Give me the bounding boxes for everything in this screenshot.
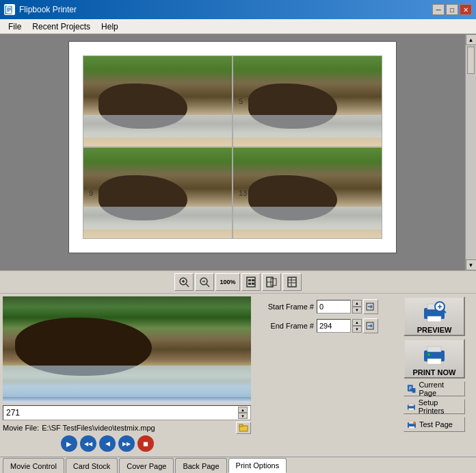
title-bar: Flipbook Printer ─ □ ✕ bbox=[0, 0, 476, 19]
start-frame-input-group: ▲ ▼ bbox=[317, 299, 378, 314]
preview-toolbar: 100% bbox=[0, 270, 476, 294]
start-frame-set-button[interactable] bbox=[363, 299, 378, 314]
print-now-button[interactable]: PRINT NOW bbox=[404, 339, 465, 379]
preview-scroll-content: 5 9 13 bbox=[0, 34, 465, 270]
tab-back-page[interactable]: Back Page bbox=[175, 458, 226, 473]
start-frame-row: Start Frame # ▲ ▼ bbox=[259, 299, 397, 314]
fast-forward-button[interactable]: ▶▶ bbox=[118, 435, 135, 452]
prev-page-button[interactable] bbox=[262, 273, 281, 291]
title-bar-controls[interactable]: ─ □ ✕ bbox=[432, 4, 472, 15]
frame-counter-spinners[interactable]: ▲ ▼ bbox=[238, 407, 248, 419]
next-page-button[interactable] bbox=[282, 273, 302, 291]
bottom-panel: 271 ▲ ▼ Movie File: E:\SF TestFiles\vide… bbox=[0, 294, 476, 457]
tab-card-stock[interactable]: Card Stock bbox=[66, 458, 118, 473]
frame-settings-panel: Start Frame # ▲ ▼ bbox=[256, 294, 400, 457]
start-frame-input[interactable] bbox=[317, 300, 351, 314]
setup-printers-label: Setup Printers bbox=[419, 398, 462, 415]
end-frame-down[interactable]: ▼ bbox=[352, 326, 362, 333]
svg-rect-43 bbox=[427, 359, 441, 364]
frame-image-3 bbox=[83, 148, 232, 238]
fit-page-button[interactable] bbox=[241, 273, 261, 291]
end-frame-input[interactable] bbox=[317, 319, 351, 333]
frame-image-4 bbox=[233, 148, 382, 238]
frame-number-3: 9 bbox=[89, 189, 93, 197]
svg-rect-15 bbox=[248, 283, 251, 285]
svg-rect-20 bbox=[288, 277, 296, 287]
svg-rect-42 bbox=[427, 346, 441, 352]
svg-line-10 bbox=[207, 284, 209, 287]
movie-file-path: E:\SF TestFiles\video\testmix.mpg bbox=[42, 424, 233, 432]
minimize-button[interactable]: ─ bbox=[432, 4, 445, 15]
svg-rect-16 bbox=[252, 283, 254, 285]
current-page-label: Current Page bbox=[419, 381, 462, 397]
scroll-up-arrow[interactable]: ▲ bbox=[466, 34, 477, 45]
svg-point-55 bbox=[413, 422, 416, 424]
scroll-track[interactable] bbox=[466, 45, 476, 259]
setup-printers-button[interactable]: Setup Printers bbox=[404, 399, 465, 414]
test-page-button[interactable]: Test Page bbox=[404, 417, 465, 432]
tab-movie-control[interactable]: Movie Control bbox=[3, 458, 64, 473]
end-frame-input-group: ▲ ▼ bbox=[317, 318, 378, 333]
svg-rect-25 bbox=[239, 424, 243, 426]
svg-rect-14 bbox=[252, 279, 254, 281]
current-page-button[interactable]: Current Page bbox=[404, 381, 465, 396]
frame-cell-4: 13 bbox=[233, 147, 382, 239]
zoom-100-button[interactable]: 100% bbox=[215, 273, 240, 291]
frame-counter-up[interactable]: ▲ bbox=[238, 407, 248, 413]
left-panel: 271 ▲ ▼ Movie File: E:\SF TestFiles\vide… bbox=[0, 294, 256, 457]
frame-number-2: 5 bbox=[239, 97, 243, 105]
tab-card-stock-label: Card Stock bbox=[73, 462, 110, 470]
app-icon bbox=[4, 4, 15, 15]
tab-print-options-label: Print Options bbox=[236, 461, 280, 470]
svg-rect-50 bbox=[409, 403, 414, 406]
frame-counter-down[interactable]: ▼ bbox=[238, 413, 248, 419]
svg-rect-12 bbox=[247, 277, 255, 287]
zoom-in-button[interactable] bbox=[174, 273, 194, 291]
close-button[interactable]: ✕ bbox=[460, 4, 472, 15]
start-frame-label: Start Frame # bbox=[259, 303, 314, 311]
play-button[interactable]: ▶ bbox=[61, 435, 77, 452]
scroll-down-arrow[interactable]: ▼ bbox=[466, 259, 477, 270]
test-page-label: Test Page bbox=[419, 420, 453, 429]
playback-controls: ▶ ◀◀ ◀ ▶▶ ⏹ bbox=[3, 435, 254, 452]
frame-cell-2: 5 bbox=[233, 55, 382, 147]
menu-file[interactable]: File bbox=[3, 21, 27, 33]
vertical-scrollbar[interactable]: ▲ ▼ bbox=[465, 34, 476, 270]
maximize-button[interactable]: □ bbox=[446, 4, 458, 15]
svg-point-44 bbox=[427, 353, 430, 356]
end-frame-spinner[interactable]: ▲ ▼ bbox=[352, 319, 362, 333]
stop-button[interactable]: ⏹ bbox=[137, 435, 154, 452]
tab-bar: Movie Control Card Stock Cover Page Back… bbox=[0, 457, 476, 473]
zoom-out-button[interactable] bbox=[195, 273, 214, 291]
svg-rect-51 bbox=[409, 409, 414, 411]
tab-print-options[interactable]: Print Options bbox=[228, 458, 287, 473]
step-back-button[interactable]: ◀ bbox=[99, 435, 116, 452]
right-buttons-panel: PREVIEW PRINT NOW bbox=[400, 294, 468, 457]
start-frame-down[interactable]: ▼ bbox=[352, 307, 362, 314]
frame-image-1 bbox=[83, 56, 232, 146]
frame-cell-1 bbox=[83, 55, 233, 147]
preview-label: PREVIEW bbox=[417, 326, 452, 334]
menu-help[interactable]: Help bbox=[96, 21, 124, 33]
tab-back-page-label: Back Page bbox=[183, 462, 219, 470]
end-frame-row: End Frame # ▲ ▼ bbox=[259, 318, 397, 333]
start-frame-spinner[interactable]: ▲ ▼ bbox=[352, 300, 362, 314]
menu-recent-projects[interactable]: Recent Projects bbox=[27, 21, 96, 33]
frame-image-2 bbox=[233, 56, 382, 146]
svg-rect-36 bbox=[427, 316, 441, 322]
scroll-thumb[interactable] bbox=[467, 47, 475, 74]
start-frame-up[interactable]: ▲ bbox=[352, 300, 362, 307]
tab-cover-page[interactable]: Cover Page bbox=[119, 458, 174, 473]
frame-number-4: 13 bbox=[239, 189, 247, 197]
frame-counter-display: 271 ▲ ▼ bbox=[3, 405, 251, 420]
tab-movie-control-label: Movie Control bbox=[10, 462, 57, 470]
frame-counter-value: 271 bbox=[6, 408, 238, 418]
end-frame-up[interactable]: ▲ bbox=[352, 319, 362, 326]
menu-bar: File Recent Projects Help bbox=[0, 19, 476, 34]
rewind-button[interactable]: ◀◀ bbox=[80, 435, 96, 452]
preview-button[interactable]: PREVIEW bbox=[404, 296, 465, 336]
video-preview bbox=[3, 296, 251, 402]
end-frame-set-button[interactable] bbox=[363, 318, 378, 333]
browse-button[interactable] bbox=[236, 422, 251, 434]
movie-file-label: Movie File: bbox=[3, 424, 39, 432]
